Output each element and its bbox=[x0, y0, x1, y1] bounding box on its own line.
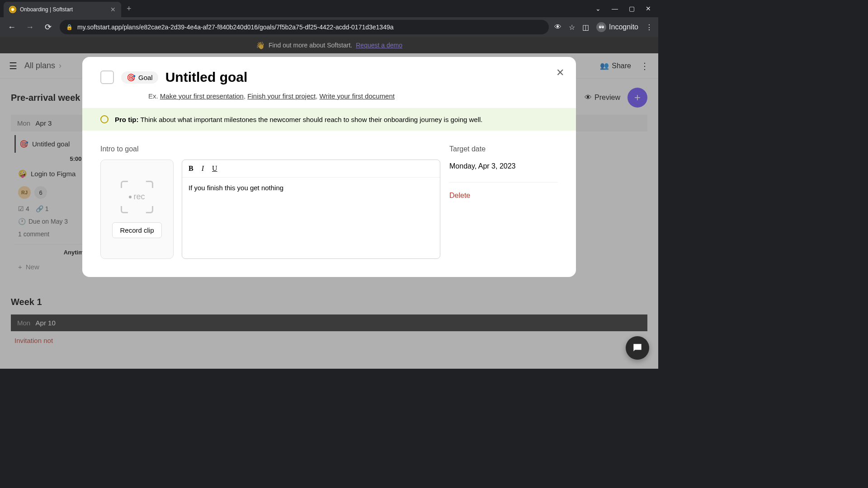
new-tab-button[interactable]: + bbox=[127, 4, 132, 14]
window-controls: ⌄ — ▢ ✕ bbox=[595, 5, 658, 12]
rec-frame-icon: rec bbox=[121, 181, 153, 213]
editor-toolbar: B I U bbox=[182, 160, 440, 178]
goal-checkbox[interactable] bbox=[100, 70, 114, 84]
lock-icon: 🔒 bbox=[66, 24, 73, 30]
example-link-2[interactable]: Finish your first project bbox=[247, 92, 316, 100]
example-link-3[interactable]: Write your first document bbox=[320, 92, 395, 100]
goal-modal: ✕ 🎯 Goal Untitled goal Ex. Make your fir… bbox=[82, 57, 576, 277]
italic-button[interactable]: I bbox=[202, 164, 204, 173]
eye-off-icon[interactable]: 👁 bbox=[554, 23, 561, 31]
star-icon[interactable]: ☆ bbox=[569, 23, 575, 32]
examples-row: Ex. Make your first presentation, Finish… bbox=[82, 92, 576, 108]
minimize-icon[interactable]: — bbox=[612, 5, 618, 12]
help-chat-button[interactable] bbox=[626, 336, 649, 360]
delete-button[interactable]: Delete bbox=[449, 192, 558, 200]
close-window-icon[interactable]: ✕ bbox=[646, 5, 651, 12]
record-clip-button[interactable]: Record clip bbox=[112, 222, 161, 238]
modal-body: Intro to goal rec Record clip B I bbox=[82, 131, 576, 277]
incognito-badge: 🕶 Incognito bbox=[596, 22, 638, 32]
target-icon: 🎯 bbox=[127, 73, 136, 82]
reload-button[interactable]: ⟳ bbox=[42, 22, 54, 32]
incognito-icon: 🕶 bbox=[596, 22, 606, 32]
modal-overlay[interactable]: ✕ 🎯 Goal Untitled goal Ex. Make your fir… bbox=[0, 37, 658, 369]
target-date-value[interactable]: Monday, Apr 3, 2023 bbox=[449, 160, 558, 173]
browser-tab[interactable]: Onboarding | Softstart ✕ bbox=[4, 2, 121, 17]
record-clip-box: rec Record clip bbox=[100, 160, 174, 259]
chevron-down-icon[interactable]: ⌄ bbox=[595, 5, 601, 12]
address-bar[interactable]: 🔒 my.softstart.app/plans/e82cae2a-2d39-4… bbox=[60, 20, 549, 34]
favicon-icon bbox=[9, 6, 16, 13]
chat-icon bbox=[632, 342, 643, 354]
maximize-icon[interactable]: ▢ bbox=[629, 5, 635, 12]
url-text: my.softstart.app/plans/e82cae2a-2d39-4e4… bbox=[77, 23, 394, 31]
tip-circle-icon bbox=[100, 115, 108, 123]
modal-header: 🎯 Goal Untitled goal bbox=[82, 57, 576, 92]
underline-button[interactable]: U bbox=[212, 164, 217, 173]
tab-title: Onboarding | Softstart bbox=[20, 6, 107, 13]
bold-button[interactable]: B bbox=[189, 164, 193, 173]
intro-label: Intro to goal bbox=[100, 145, 440, 153]
goal-type-chip: 🎯 Goal bbox=[121, 71, 158, 84]
browser-menu-icon[interactable]: ⋮ bbox=[646, 23, 653, 32]
extensions-icon[interactable]: ◫ bbox=[582, 23, 589, 32]
browser-tab-strip: Onboarding | Softstart ✕ + ⌄ — ▢ ✕ bbox=[0, 0, 658, 17]
tip-text: Think about what important milestones th… bbox=[140, 116, 482, 123]
back-button[interactable]: ← bbox=[5, 23, 18, 32]
browser-toolbar: ← → ⟳ 🔒 my.softstart.app/plans/e82cae2a-… bbox=[0, 17, 658, 37]
tip-label: Pro tip: bbox=[115, 116, 139, 123]
divider bbox=[449, 182, 558, 183]
target-date-label: Target date bbox=[449, 145, 558, 153]
editor-content[interactable]: If you finish this you get nothing bbox=[182, 178, 440, 258]
goal-title-input[interactable]: Untitled goal bbox=[165, 70, 248, 85]
example-link-1[interactable]: Make your first presentation bbox=[160, 92, 244, 100]
intro-editor: B I U If you finish this you get nothing bbox=[182, 160, 440, 259]
pro-tip-bar: Pro tip: Think about what important mile… bbox=[82, 108, 576, 131]
close-modal-button[interactable]: ✕ bbox=[556, 67, 564, 79]
forward-button[interactable]: → bbox=[24, 23, 36, 32]
close-tab-icon[interactable]: ✕ bbox=[110, 6, 116, 13]
